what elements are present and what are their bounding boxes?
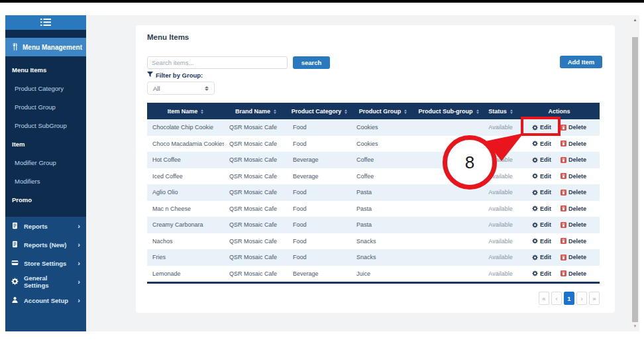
sidebar-item-promo[interactable]: Promo [5, 190, 86, 209]
edit-button[interactable]: Edit [532, 254, 551, 260]
edit-button-label: Edit [540, 254, 551, 260]
pagination-first-button[interactable]: « [539, 292, 549, 305]
edit-button[interactable]: Edit [532, 270, 551, 277]
delete-button[interactable]: Delete [561, 124, 586, 131]
status-cell: Available [482, 119, 519, 136]
item-name-cell: Mac n Cheese [147, 201, 224, 217]
scroll-up-icon[interactable]: ▲ [631, 18, 639, 22]
product-group-cell: Cookies [351, 136, 415, 152]
delete-button-label: Delete [568, 141, 586, 147]
gear-icon [532, 222, 538, 228]
sidebar-item-label: Store Settings [24, 260, 72, 267]
frame-bottom-border [0, 0, 644, 3]
trash-icon [561, 173, 566, 179]
sort-icon [201, 109, 203, 114]
edit-button[interactable]: Edit [532, 221, 551, 228]
chevron-right-icon: › [78, 278, 80, 286]
sidebar-item-product-group[interactable]: Product Group [5, 97, 86, 116]
sidebar-settings-section: Reports › Reports (New) › Store Settings… [5, 217, 86, 331]
product-subgroup-cell [415, 266, 482, 282]
product-subgroup-cell [415, 201, 482, 217]
column-header-brand-name[interactable]: Brand Name [224, 103, 288, 119]
status-cell: Available [482, 249, 519, 266]
edit-button[interactable]: Edit [532, 173, 551, 180]
chevron-right-icon: › [78, 296, 80, 304]
vertical-scrollbar[interactable]: ▲ ▼ [631, 15, 639, 331]
sidebar-item-modifier-group[interactable]: Modifier Group [5, 153, 86, 172]
gear-icon [532, 157, 538, 163]
sidebar-item-label: Menu Management [23, 44, 82, 51]
search-button[interactable]: search [293, 56, 330, 69]
add-item-button[interactable]: Add Item [560, 56, 602, 68]
delete-button[interactable]: Delete [561, 270, 586, 277]
report-icon [11, 222, 19, 231]
brand-name-cell: QSR Mosaic Cafe [224, 119, 288, 136]
delete-button[interactable]: Delete [561, 141, 586, 147]
delete-button[interactable]: Delete [561, 156, 586, 163]
group-filter-select[interactable]: All [147, 82, 215, 95]
product-category-cell: Food [288, 201, 351, 217]
column-header-product-subgroup[interactable]: Product Sub-group [415, 103, 482, 119]
sidebar-item-product-subgroup[interactable]: Product SubGroup [5, 116, 86, 135]
edit-button[interactable]: Edit [532, 238, 551, 245]
column-header-status[interactable]: Status [482, 103, 519, 119]
delete-button[interactable]: Delete [561, 189, 586, 196]
scrollbar-thumb[interactable] [632, 37, 638, 322]
search-input[interactable] [147, 56, 288, 69]
brand-name-cell: QSR Mosaic Cafe [224, 266, 288, 282]
pagination-last-button[interactable]: » [589, 292, 600, 305]
item-name-cell: Hot Coffee [147, 152, 224, 168]
delete-button[interactable]: Delete [561, 254, 586, 260]
pagination-next-button[interactable]: › [576, 292, 587, 305]
delete-button[interactable]: Delete [561, 238, 586, 245]
sidebar-item-product-category[interactable]: Product Category [5, 79, 86, 97]
sidebar-collapse-button[interactable] [5, 15, 86, 30]
brand-name-cell: QSR Mosaic Cafe [224, 217, 288, 233]
status-cell: Available [482, 266, 519, 282]
sidebar-item-modifiers[interactable]: Modifiers [5, 172, 86, 190]
gear-icon [532, 270, 538, 276]
product-group-cell: Cookies [351, 119, 415, 136]
table-row: Creamy CarbonaraQSR Mosaic CafeFoodPasta… [147, 217, 600, 233]
edit-button[interactable]: Edit [532, 156, 551, 163]
table-row: Aglio OlioQSR Mosaic CafeFoodPastaAvaila… [147, 184, 600, 201]
actions-cell: EditDelete [519, 184, 600, 201]
product-category-cell: Food [288, 136, 351, 152]
utensils-icon [12, 43, 18, 52]
item-name-cell: Lemonade [147, 266, 224, 282]
column-header-product-category[interactable]: Product Category [288, 103, 351, 119]
delete-button[interactable]: Delete [561, 173, 586, 180]
item-name-cell: Fries [147, 249, 224, 266]
delete-button[interactable]: Delete [561, 221, 586, 228]
product-group-cell: Pasta [351, 201, 415, 217]
edit-button[interactable]: Edit [532, 189, 551, 196]
edit-button[interactable]: Edit [532, 205, 551, 212]
status-cell: Available [482, 217, 519, 233]
sidebar-menu-list: Menu Items Product Category Product Grou… [5, 60, 86, 209]
sidebar-item-store-settings[interactable]: Store Settings › [5, 254, 86, 272]
product-subgroup-cell [415, 217, 482, 233]
delete-button[interactable]: Delete [561, 205, 586, 212]
actions-cell: EditDelete [519, 266, 600, 282]
scroll-down-icon[interactable]: ▼ [631, 324, 639, 328]
column-header-product-group[interactable]: Product Group [351, 103, 415, 119]
sidebar-item-item[interactable]: Item [5, 135, 86, 153]
sidebar-item-general-settings[interactable]: General Settings › [5, 272, 86, 291]
page-title: Menu Items [147, 33, 189, 41]
pagination-prev-button[interactable]: ‹ [551, 292, 562, 305]
column-header-item-name[interactable]: Item Name [147, 103, 224, 119]
sidebar-item-label: Reports [24, 223, 72, 230]
sidebar-item-reports[interactable]: Reports › [5, 217, 86, 235]
sidebar-item-menu-management[interactable]: Menu Management [5, 38, 86, 56]
chevron-right-icon: › [78, 241, 80, 249]
sort-icon [274, 109, 276, 114]
store-icon [11, 259, 19, 268]
sidebar-item-account-setup[interactable]: Account Setup › [5, 291, 86, 310]
table-row: Choco Macadamia CookiesQSR Mosaic CafeFo… [147, 136, 600, 152]
sidebar-item-reports-new[interactable]: Reports (New) › [5, 235, 86, 254]
edit-button-label: Edit [540, 221, 551, 228]
pagination-page-1-button[interactable]: 1 [564, 292, 574, 305]
edit-button[interactable]: Edit [532, 141, 551, 147]
sidebar-item-menu-items[interactable]: Menu Items [5, 60, 86, 79]
product-category-cell: Beverage [288, 266, 351, 282]
